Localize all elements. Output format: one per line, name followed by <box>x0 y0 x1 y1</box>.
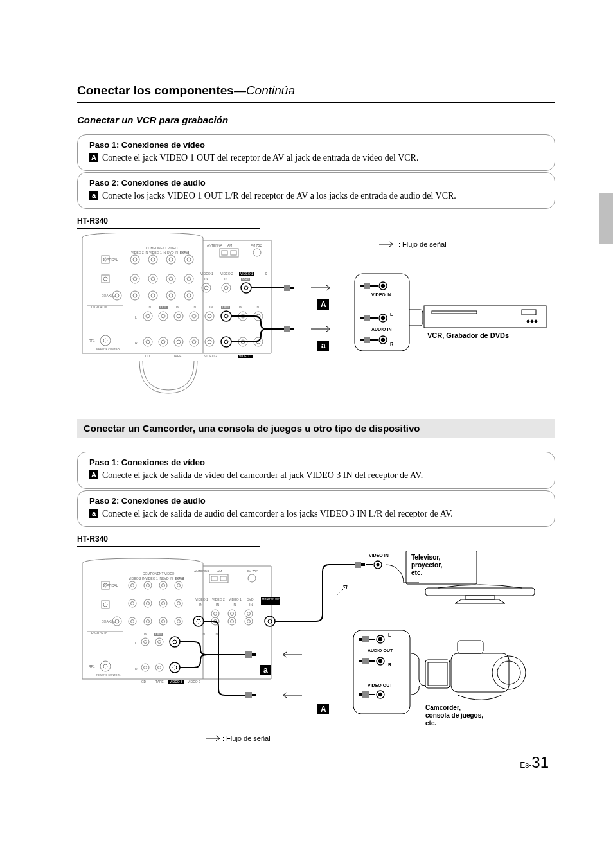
svg-text:VIDEO 2: VIDEO 2 <box>204 354 217 358</box>
svg-text:IN: IN <box>224 277 227 281</box>
svg-point-188 <box>129 599 136 607</box>
svg-point-61 <box>204 286 208 290</box>
svg-point-35 <box>148 274 157 283</box>
title-continued: —Continúa <box>234 84 295 97</box>
svg-rect-118 <box>290 328 294 330</box>
svg-rect-273 <box>359 638 362 641</box>
section2-step1-box: Paso 1: Conexiones de vídeo AConecte el … <box>77 452 555 488</box>
svg-text:RF1: RF1 <box>89 664 95 668</box>
diagram2: ANTENNA AM FM 75Ω COMPONENT VIDEO VIDEO … <box>77 551 555 750</box>
svg-text:R: R <box>135 341 138 345</box>
svg-rect-277 <box>359 693 362 696</box>
svg-rect-266 <box>245 692 252 698</box>
svg-point-30 <box>151 258 155 261</box>
svg-rect-16 <box>102 275 109 283</box>
svg-text:OUT: OUT <box>242 277 249 281</box>
svg-point-218 <box>228 610 236 617</box>
svg-point-181 <box>131 583 134 587</box>
svg-text:L: L <box>135 641 137 645</box>
svg-rect-127 <box>364 315 370 321</box>
svg-point-40 <box>133 294 137 297</box>
svg-point-186 <box>175 581 182 589</box>
model-text: HT-R340 <box>77 217 108 226</box>
svg-text:VIDEO 1: VIDEO 1 <box>239 354 252 358</box>
svg-text:COAXIAL: COAXIAL <box>102 619 116 623</box>
svg-point-159 <box>248 574 256 582</box>
svg-point-43 <box>166 291 175 300</box>
svg-point-87 <box>208 314 211 318</box>
svg-point-183 <box>147 583 150 587</box>
svg-point-237 <box>141 638 149 646</box>
svg-text:VIDEO 1: VIDEO 1 <box>229 598 242 601</box>
svg-text:IN: IN <box>202 632 205 636</box>
svg-text:ANTENNA: ANTENNA <box>207 244 223 247</box>
svg-point-258 <box>377 563 380 566</box>
svg-point-80 <box>159 312 168 321</box>
svg-point-93 <box>177 340 181 344</box>
title-main: Conectar los componentes <box>77 84 234 97</box>
svg-text:DVD IN: DVD IN <box>167 251 178 254</box>
svg-point-216 <box>211 610 219 617</box>
svg-point-228 <box>265 616 275 626</box>
svg-rect-117 <box>284 326 290 332</box>
svg-rect-297 <box>458 641 483 653</box>
svg-rect-157 <box>211 576 217 581</box>
svg-point-148 <box>535 320 537 323</box>
svg-rect-263 <box>465 596 495 599</box>
svg-text:AUDIO OUT: AUDIO OUT <box>368 648 393 653</box>
svg-text:OPTICAL: OPTICAL <box>104 258 118 261</box>
marker-a-icon: a <box>89 191 98 200</box>
svg-point-178 <box>103 664 107 668</box>
svg-point-86 <box>205 312 214 321</box>
svg-text:a: a <box>321 341 326 350</box>
svg-point-198 <box>144 617 152 625</box>
model-underline <box>77 546 260 547</box>
svg-rect-262 <box>425 588 535 596</box>
section2-step1-line: AConecte el jack de salida de vídeo del … <box>89 470 543 481</box>
svg-text:VIDEO IN: VIDEO IN <box>369 553 389 558</box>
svg-text:REMOTE CONTROL: REMOTE CONTROL <box>96 673 121 677</box>
svg-point-45 <box>184 255 193 264</box>
diagram1: ANTENNA AM FM 75Ω COMPONENT VIDEO VIDEO … <box>77 233 555 400</box>
svg-point-170 <box>103 603 107 607</box>
svg-point-220 <box>245 610 253 617</box>
svg-rect-115 <box>284 285 290 291</box>
svg-text:VIDEO 1 IN: VIDEO 1 IN <box>145 576 163 580</box>
svg-rect-124 <box>360 285 364 287</box>
svg-point-28 <box>133 258 137 261</box>
svg-point-219 <box>231 612 234 615</box>
svg-point-98 <box>221 311 231 321</box>
svg-point-34 <box>133 277 137 281</box>
svg-point-42 <box>151 294 155 297</box>
svg-point-95 <box>192 340 196 344</box>
svg-point-224 <box>228 617 236 625</box>
svg-point-48 <box>187 277 191 281</box>
svg-point-6 <box>253 249 261 256</box>
svg-point-203 <box>177 619 181 623</box>
section1-step2-title: Paso 2: Conexiones de audio <box>89 178 543 188</box>
svg-point-24 <box>100 335 111 346</box>
section1-step1-line: AConecte el jack VIDEO 1 OUT del recepto… <box>89 152 543 164</box>
section1-step2-line: aConecte los jacks VIDEO 1 OUT L/R del r… <box>89 190 543 202</box>
svg-point-180 <box>129 581 136 589</box>
svg-point-247 <box>170 662 180 673</box>
svg-point-81 <box>161 314 165 318</box>
section2-step2-line: aConecte el jack de salida de audio del … <box>89 508 543 520</box>
svg-text:VIDEO 1: VIDEO 1 <box>240 272 253 276</box>
svg-text:: Flujo de señal: : Flujo de señal <box>398 240 447 248</box>
svg-point-138 <box>382 339 385 342</box>
svg-point-50 <box>187 294 191 297</box>
page-number: Es-31 <box>520 754 549 772</box>
svg-text:IN: IN <box>216 603 219 607</box>
svg-point-88 <box>143 337 152 346</box>
svg-point-281 <box>379 637 382 641</box>
svg-text:DVD: DVD <box>247 598 254 601</box>
svg-point-62 <box>222 283 231 292</box>
svg-text:IN: IN <box>209 305 213 309</box>
svg-point-31 <box>166 255 175 264</box>
svg-text:VIDEO 2 IN: VIDEO 2 IN <box>131 251 148 254</box>
svg-point-214 <box>193 616 204 626</box>
svg-text:AM: AM <box>217 569 222 573</box>
svg-point-215 <box>197 619 200 623</box>
svg-rect-265 <box>252 653 256 656</box>
